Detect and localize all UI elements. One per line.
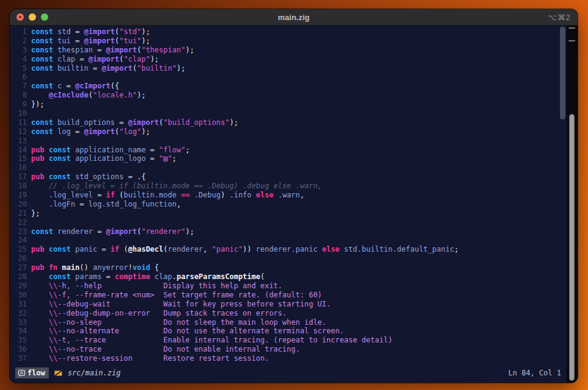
code-line[interactable]: 11const build_options = @import("build_o… [10, 118, 567, 127]
code-line[interactable]: 23const renderer = @import("renderer"); [10, 227, 567, 236]
line-number: 1 [10, 27, 31, 37]
code-text: const c = @cImport({ [31, 82, 120, 91]
app-name-label: flow [27, 369, 45, 377]
line-number: 33 [10, 318, 31, 327]
code-text: pub const panic = if (@hasDecl(renderer,… [31, 245, 459, 254]
code-line[interactable]: 37 \\--restore-session Restore restart s… [10, 354, 567, 363]
line-number: 11 [10, 118, 31, 127]
line-number: 15 [10, 154, 31, 163]
line-number: 31 [10, 300, 31, 309]
code-text: const clap = @import("clap"); [31, 55, 159, 64]
code-line[interactable]: 7const c = @cImport({ [10, 82, 567, 91]
window-scrollbar-track[interactable] [567, 26, 578, 383]
code-line[interactable]: 22 [10, 218, 567, 227]
code-line[interactable]: 21}; [10, 209, 567, 218]
code-line[interactable]: 4const clap = @import("clap"); [10, 55, 567, 64]
code-line[interactable]: 8 @cInclude("locale.h"); [10, 91, 567, 100]
editor-scrollbar-thumb[interactable] [560, 27, 565, 119]
code-line[interactable]: 29 \\-h, --help Display this help and ex… [10, 282, 567, 291]
code-text: pub const application_name = "flow"; [31, 146, 190, 155]
vcs-status-icon[interactable] [54, 369, 63, 377]
code-line[interactable]: 13 [10, 136, 567, 146]
editor-pane[interactable]: 1const std = @import("std");2const tui =… [10, 26, 567, 383]
code-text: // .log_level = if (builtin.mode == .Deb… [31, 182, 322, 191]
code-line[interactable]: 25pub const panic = if (@hasDecl(rendere… [10, 245, 567, 254]
code-line[interactable]: 33 \\--no-sleep Do not sleep the main lo… [10, 318, 567, 327]
code-text: const thespian = @import("thespian"); [31, 46, 194, 55]
line-number: 32 [10, 309, 31, 318]
line-number: 24 [10, 236, 31, 245]
code-text: \\--no-alternate Do not use the alternat… [31, 327, 344, 336]
line-number: 26 [10, 254, 31, 263]
code-text: \\-t, --trace Enable internal tracing. (… [31, 336, 392, 345]
code-line[interactable]: 9}); [10, 100, 567, 109]
line-number: 5 [10, 64, 31, 73]
code-line[interactable]: 35 \\-t, --trace Enable internal tracing… [10, 336, 567, 345]
code-text: \\--no-trace Do not enable internal trac… [31, 345, 300, 354]
code-text: .log_level = if (builtin.mode == .Debug)… [31, 191, 304, 200]
code-text: \\-f, --frame-rate <num> Set target fram… [31, 291, 322, 300]
line-number: 25 [10, 245, 31, 254]
cursor-position-label: Ln 84, Col 1 [508, 369, 561, 377]
code-line[interactable]: 12const log = @import("log"); [10, 127, 567, 136]
scroll-marker-icon [568, 40, 575, 41]
code-line[interactable]: 34 \\--no-alternate Do not use the alter… [10, 327, 567, 336]
code-line[interactable]: 17pub const std_options = .{ [10, 172, 567, 182]
file-path-label[interactable]: src/main.zig [68, 369, 121, 377]
code-line[interactable]: 1const std = @import("std"); [10, 27, 567, 37]
code-text: \\--debug-dump-on-error Dump stack trace… [31, 309, 287, 318]
code-line[interactable]: 3const thespian = @import("thespian"); [10, 46, 567, 55]
line-number: 9 [10, 100, 31, 109]
line-number: 35 [10, 336, 31, 345]
code-line[interactable]: 24 [10, 236, 567, 245]
code-line[interactable]: 28 const params = comptime clap.parsePar… [10, 272, 567, 282]
line-number: 34 [10, 327, 31, 336]
code-text: @cInclude("locale.h"); [31, 91, 146, 100]
window-scrollbar-thumb[interactable] [569, 114, 575, 381]
line-number: 20 [10, 200, 31, 209]
code-line[interactable]: 15pub const application_logo = "▤"; [10, 154, 567, 163]
code-line[interactable]: 14pub const application_name = "flow"; [10, 146, 567, 155]
terminal-window: main.zig ⌥⌘2 1const std = @import("std")… [10, 9, 578, 383]
code-line[interactable]: 6 [10, 73, 567, 82]
code-text: const std = @import("std"); [31, 27, 150, 37]
line-number: 22 [10, 218, 31, 227]
code-line[interactable]: 16 [10, 163, 567, 172]
code-line[interactable]: 30 \\-f, --frame-rate <num> Set target f… [10, 291, 567, 300]
code-text: pub fn main() anyerror!void { [31, 263, 159, 272]
line-number: 18 [10, 182, 31, 191]
line-number: 37 [10, 354, 31, 363]
title-bar[interactable]: main.zig ⌥⌘2 [10, 9, 578, 26]
code-text: const params = comptime clap.parseParams… [31, 272, 265, 282]
code-line[interactable]: 19 .log_level = if (builtin.mode == .Deb… [10, 191, 567, 200]
window-title: main.zig [10, 13, 578, 22]
window-shortcut-badge: ⌥⌘2 [548, 13, 571, 22]
code-line[interactable]: 18 // .log_level = if (builtin.mode == .… [10, 182, 567, 191]
code-area[interactable]: 1const std = @import("std");2const tui =… [10, 26, 567, 366]
code-line[interactable]: 32 \\--debug-dump-on-error Dump stack tr… [10, 309, 567, 318]
line-number: 4 [10, 55, 31, 64]
code-text: \\-h, --help Display this help and exit. [31, 282, 282, 291]
code-line[interactable]: 2const tui = @import("tui"); [10, 37, 567, 46]
code-line[interactable]: 26 [10, 254, 567, 263]
line-number: 17 [10, 172, 31, 182]
code-text: }); [31, 100, 45, 109]
code-line[interactable]: 31 \\--debug-wait Wait for key press bef… [10, 300, 567, 309]
line-number: 12 [10, 127, 31, 136]
line-number: 6 [10, 73, 31, 82]
flow-logo-icon [18, 369, 26, 377]
code-line[interactable]: 20 .logFn = log.std_log_function, [10, 200, 567, 209]
line-number: 16 [10, 163, 31, 172]
code-line[interactable]: 36 \\--no-trace Do not enable internal t… [10, 345, 567, 354]
code-text: }; [31, 209, 40, 218]
code-text: const build_options = @import("build_opt… [31, 118, 238, 127]
code-line[interactable]: 27pub fn main() anyerror!void { [10, 263, 567, 272]
code-line[interactable]: 10 [10, 109, 567, 118]
line-number: 19 [10, 191, 31, 200]
code-text: .logFn = log.std_log_function, [31, 200, 181, 209]
line-number: 3 [10, 46, 31, 55]
code-text: \\--no-sleep Do not sleep the main loop … [31, 318, 326, 327]
code-text: const tui = @import("tui"); [31, 37, 150, 46]
app-menu-chip[interactable]: flow [15, 367, 49, 378]
code-line[interactable]: 5const builtin = @import("builtin"); [10, 64, 567, 73]
